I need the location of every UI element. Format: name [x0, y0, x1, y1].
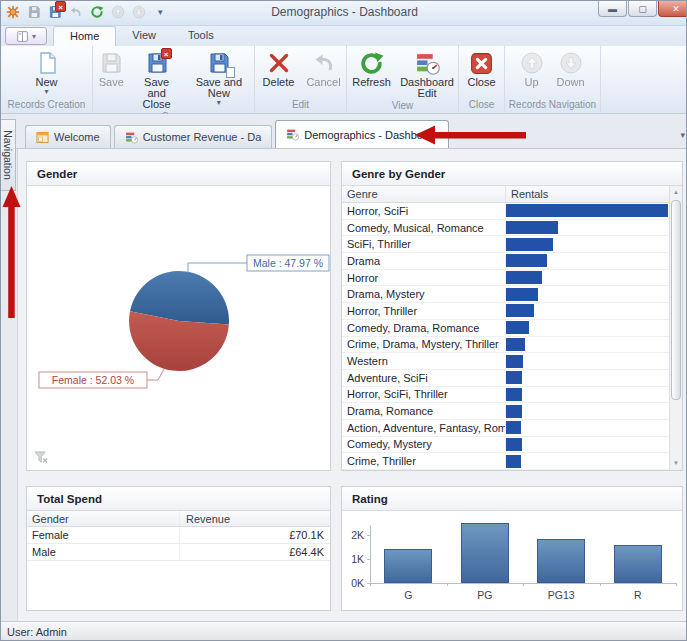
- gender-pie-chart: Male : 47.97 %Female : 52.03 %: [27, 186, 330, 470]
- column-header-revenue[interactable]: Revenue: [180, 511, 330, 526]
- application-menu-button[interactable]: ▾: [5, 27, 47, 45]
- rating-bar-r[interactable]: [614, 545, 662, 583]
- ribbon: New ▾ Records Creation Save ×: [1, 46, 687, 114]
- genre-row[interactable]: Horror, SciFi, Thriller: [342, 387, 682, 404]
- genre-row[interactable]: Horror, SciFi: [342, 203, 682, 220]
- rentals-bar-cell: [506, 387, 682, 403]
- save-and-new-icon: [206, 50, 232, 76]
- rentals-bar-cell: [506, 453, 682, 469]
- ribbon-tab-view[interactable]: View: [116, 26, 172, 46]
- doc-tab-customer-revenue[interactable]: Customer Revenue - Da: [114, 125, 273, 148]
- group-caption: Records Creation: [1, 99, 92, 113]
- genre-row[interactable]: Drama, Romance: [342, 403, 682, 420]
- tab-list-caret-icon[interactable]: ▾: [680, 130, 685, 140]
- close-window-button[interactable]: ✕: [658, 1, 687, 17]
- rentals-bar-cell: [506, 370, 682, 386]
- vertical-scrollbar[interactable]: ▲ ▼: [669, 186, 682, 470]
- scrollbar-thumb[interactable]: [671, 200, 681, 400]
- rentals-bar: [506, 254, 547, 267]
- genre-row[interactable]: Comedy, Drama, Romance: [342, 320, 682, 337]
- genre-row[interactable]: Drama: [342, 253, 682, 270]
- ribbon-group-view: Refresh Dashboard Edit View: [347, 46, 459, 113]
- genre-row[interactable]: Comedy, Mystery: [342, 437, 682, 454]
- doc-tab-welcome[interactable]: Welcome: [25, 125, 111, 148]
- up-icon: [519, 50, 545, 76]
- rating-bar-pg[interactable]: [461, 523, 509, 583]
- ribbon-group-save: Save × Save and Close Save and New ▾: [93, 46, 255, 113]
- rentals-bar-cell: [506, 403, 682, 419]
- save-button[interactable]: Save: [93, 49, 129, 89]
- genre-label: Western: [342, 355, 506, 367]
- ribbon-tab-home[interactable]: Home: [53, 26, 116, 46]
- x-tick-label: PG: [447, 589, 523, 601]
- genre-row[interactable]: Horror, Thriller: [342, 303, 682, 320]
- refresh-button[interactable]: Refresh: [347, 49, 396, 89]
- rating-bar-pg13[interactable]: [537, 539, 585, 583]
- ribbon-tab-tools[interactable]: Tools: [172, 26, 230, 46]
- genre-label: Action, Adventure, Fantasy, Roma...: [342, 422, 506, 434]
- up-button[interactable]: Up: [514, 49, 550, 89]
- x-tick-label: G: [370, 589, 446, 601]
- genre-row[interactable]: Drama, Mystery: [342, 286, 682, 303]
- clear-filter-icon[interactable]: [34, 451, 49, 466]
- save-and-close-icon: ×: [144, 50, 170, 76]
- delete-button[interactable]: Delete: [256, 49, 302, 89]
- dashboard-surface: Gender Male : 47.97 %Female : 52.03 % Ge…: [1, 149, 687, 621]
- gender-panel: Gender Male : 47.97 %Female : 52.03 %: [26, 161, 331, 471]
- save-and-new-button[interactable]: Save and New ▾: [184, 49, 254, 107]
- column-header-gender[interactable]: Gender: [27, 511, 180, 526]
- dashboard-edit-icon: [414, 50, 440, 76]
- scroll-up-icon[interactable]: ▲: [670, 186, 682, 199]
- rentals-bar: [506, 204, 668, 217]
- y-tick-label: 1K: [342, 553, 364, 565]
- rentals-bar: [506, 371, 522, 384]
- rentals-bar: [506, 321, 529, 334]
- genre-row[interactable]: Western: [342, 353, 682, 370]
- annotation-arrow-up: [1, 181, 23, 323]
- male-callout-leader-line: [188, 263, 247, 273]
- genre-row[interactable]: Crime, Thriller: [342, 453, 682, 470]
- table-row[interactable]: Female £70.1K: [27, 527, 330, 544]
- dashboard-edit-button[interactable]: Dashboard Edit: [396, 49, 458, 100]
- genre-row[interactable]: Horror: [342, 270, 682, 287]
- rating-bar-g[interactable]: [384, 549, 432, 583]
- rentals-bar: [506, 304, 534, 317]
- dropdown-caret-icon: ▾: [217, 99, 221, 106]
- cancel-button[interactable]: Cancel: [302, 49, 346, 89]
- genre-row[interactable]: SciFi, Thriller: [342, 236, 682, 253]
- maximize-button[interactable]: ▢: [628, 1, 657, 17]
- genre-label: Horror, SciFi, Thriller: [342, 388, 506, 400]
- document-tab-strip: Welcome Customer Revenue - Da Demographi…: [1, 114, 687, 149]
- ribbon-spacer: [601, 46, 687, 113]
- x-tick-label: R: [600, 589, 676, 601]
- down-icon: [558, 50, 584, 76]
- rentals-bar: [506, 221, 558, 234]
- rentals-bar: [506, 455, 521, 468]
- annotation-arrow-left: [409, 122, 531, 148]
- genre-row[interactable]: Action, Adventure, Fantasy, Roma...: [342, 420, 682, 437]
- column-header-rentals[interactable]: Rentals: [506, 186, 682, 202]
- close-record-button[interactable]: Close: [463, 49, 499, 89]
- genre-row[interactable]: Comedy, Musical, Romance: [342, 220, 682, 237]
- scroll-down-icon[interactable]: ▼: [670, 457, 682, 470]
- ribbon-tabs: Home View Tools: [53, 26, 230, 46]
- genre-rows: Horror, SciFiComedy, Musical, RomanceSci…: [342, 203, 682, 470]
- down-button[interactable]: Down: [550, 49, 592, 89]
- close-icon: [469, 50, 495, 76]
- genre-by-gender-panel: Genre by Gender Genre Rentals Horror, Sc…: [341, 161, 683, 471]
- genre-row[interactable]: Adventure, SciFi: [342, 370, 682, 387]
- genre-row[interactable]: Crime, Drama, Mystery, Thriller: [342, 337, 682, 354]
- column-header-genre[interactable]: Genre: [342, 186, 506, 202]
- save-icon: [98, 50, 124, 76]
- new-button[interactable]: New ▾: [30, 49, 64, 96]
- female-callout-leader-line: [147, 369, 164, 380]
- minimize-button[interactable]: ▬: [598, 1, 627, 17]
- table-row[interactable]: Male £64.4K: [27, 544, 330, 561]
- window-title: Demographics - Dashboard: [1, 5, 687, 19]
- panel-title: Genre by Gender: [342, 162, 682, 186]
- genre-label: Drama, Mystery: [342, 288, 506, 300]
- panel-title: Gender: [27, 162, 330, 186]
- group-caption: Records Navigation: [505, 99, 600, 113]
- save-and-close-button[interactable]: × Save and Close: [129, 49, 183, 111]
- y-tick-label: 0K: [342, 577, 364, 589]
